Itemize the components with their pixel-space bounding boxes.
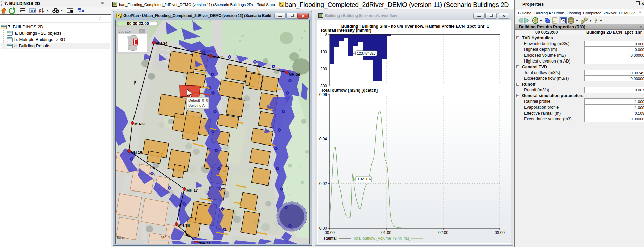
svg-text:MH-26: MH-26 [289,73,300,77]
svg-text:00 00:23:00: 00 00:23:00 [127,21,149,26]
svg-text:50 m: 50 m [117,236,125,240]
svg-text:100: 100 [320,50,327,54]
svg-text:MH-17: MH-17 [186,188,198,192]
svg-text:Rainfall intensity (mm/hr): Rainfall intensity (mm/hr) [321,28,371,33]
svg-text:Z: Z [39,11,41,14]
svg-text:200: 200 [320,67,327,71]
svg-text:0: 0 [325,32,327,37]
svg-text:Building A: Building A [188,103,205,107]
svg-text:0.06: 0.06 [319,92,327,97]
svg-text:?: ? [595,18,597,24]
svg-text:123.474823: 123.474823 [357,51,376,55]
svg-text:MH-18: MH-18 [178,223,190,228]
svg-text:MH-25: MH-25 [213,55,224,59]
svg-text:Locator: Locator [118,29,131,33]
svg-text:00:00: 00:00 [325,230,335,235]
svg-text:02:00: 02:00 [438,230,448,235]
svg-text:MH-16: MH-16 [131,150,142,154]
svg-text:MH-24: MH-24 [156,41,168,45]
svg-text:0.02: 0.02 [319,181,327,186]
svg-text:03:00: 03:00 [495,230,505,235]
svg-text:0.00: 0.00 [319,226,327,231]
svg-text:0.021107: 0.021107 [357,177,372,181]
svg-text:Rainfall: Rainfall [324,236,337,241]
svg-text:Default_0_0: Default_0_0 [188,98,208,102]
svg-text:MH-21: MH-21 [200,242,211,244]
svg-text:Total outflow (Volume 79.40 m3: Total outflow (Volume 79.40 m3) [353,236,410,241]
svg-text:300: 300 [320,84,327,88]
svg-text:01:00: 01:00 [381,230,391,235]
svg-text:250 ft: 250 ft [160,236,170,240]
svg-text:Total outflow (m3/s) [qcatch]: Total outflow (m3/s) [qcatch] [321,88,378,93]
svg-text:MH-23: MH-23 [134,122,145,126]
svg-text:x: x [141,30,143,33]
svg-text:0.04: 0.04 [319,137,327,141]
